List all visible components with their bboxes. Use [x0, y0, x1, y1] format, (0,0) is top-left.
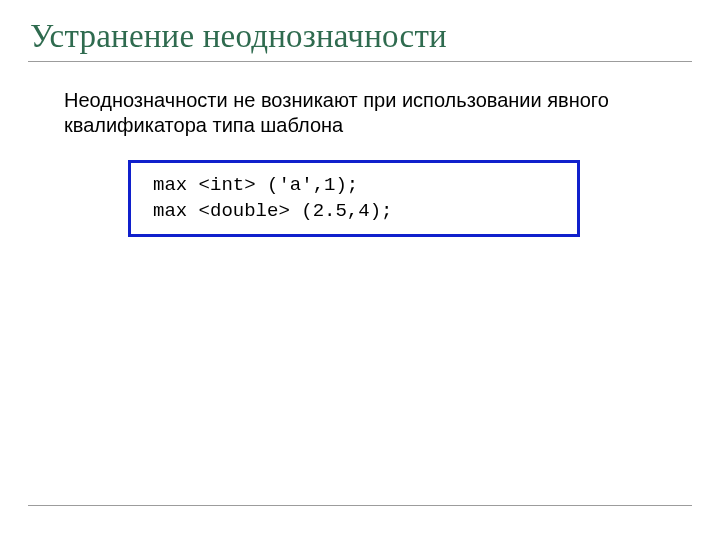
divider-top [28, 61, 692, 62]
divider-bottom [28, 505, 692, 506]
code-example-box: max <int> ('a',1); max <double> (2.5,4); [128, 160, 580, 237]
slide: Устранение неоднозначности Неоднозначнос… [0, 0, 720, 540]
slide-body-text: Неоднозначности не возникают при использ… [64, 88, 624, 138]
slide-title: Устранение неоднозначности [30, 18, 692, 55]
code-example: max <int> ('a',1); max <double> (2.5,4); [153, 173, 559, 224]
